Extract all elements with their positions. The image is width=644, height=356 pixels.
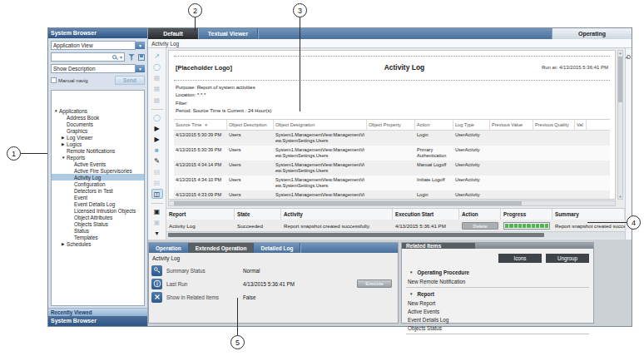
chevron-down-icon[interactable]: ▼ bbox=[409, 292, 413, 296]
pin-icon[interactable] bbox=[627, 55, 631, 59]
column-header-val[interactable]: Val bbox=[575, 120, 587, 130]
executions-column-report[interactable]: Report bbox=[166, 209, 235, 220]
column-header-action[interactable]: Action bbox=[415, 120, 453, 130]
table-row[interactable]: 4/13/2015 5:30:39 PMUsersSystem1.Managem… bbox=[174, 131, 610, 146]
executions-column-execution-start[interactable]: Execution Start bbox=[393, 209, 459, 220]
table-row[interactable]: 4/13/2015 5:30:39 PMUsersSystem1.Managem… bbox=[174, 146, 610, 161]
tree-item-templates[interactable]: Templates bbox=[52, 234, 144, 240]
tab-detailed-log[interactable]: Detailed Log bbox=[254, 243, 300, 253]
executions-column-action[interactable]: Action bbox=[459, 209, 501, 220]
executions-column-state[interactable]: State bbox=[235, 209, 281, 220]
tree-item-configuration[interactable]: Configuration bbox=[52, 180, 144, 187]
delete-snapshot-icon[interactable]: ▣ bbox=[151, 218, 163, 227]
related-item-objects-status[interactable]: Objects Status bbox=[406, 324, 589, 332]
column-header-previous-value[interactable]: Previous Value bbox=[490, 120, 533, 130]
related-items-arrow-icon[interactable]: ↗ bbox=[151, 52, 163, 61]
filter-icon[interactable] bbox=[128, 54, 135, 61]
tree-item-graphics[interactable]: Graphics bbox=[52, 127, 144, 134]
tree-item-logics[interactable]: ▶Logics bbox=[52, 141, 144, 147]
executions-column-summary[interactable]: Summary bbox=[552, 209, 625, 220]
tree-item-address-book[interactable]: Address Book bbox=[52, 114, 144, 121]
chevron-down-icon[interactable]: ▼ bbox=[409, 270, 413, 274]
export-excel-icon[interactable]: ▤ bbox=[151, 178, 163, 187]
executions-column-progress[interactable]: Progress bbox=[501, 209, 552, 220]
edit-icon[interactable]: ✎ bbox=[151, 156, 163, 166]
tree-item-detectors-in-test[interactable]: Detectors in Test bbox=[52, 187, 144, 194]
column-header-object-designation[interactable]: Object Designation bbox=[274, 120, 367, 130]
manual-navigation-checkbox[interactable] bbox=[51, 77, 57, 83]
report-vertical-scrollbar[interactable]: ▲ ▼ bbox=[617, 50, 623, 200]
related-group-header[interactable]: ▼Report bbox=[406, 289, 589, 299]
ungroup-button[interactable]: Ungroup bbox=[546, 254, 589, 263]
description-selector[interactable]: Show Description bbox=[51, 64, 136, 73]
horizontal-scroll-thumb[interactable] bbox=[174, 201, 522, 205]
table-row[interactable]: 4/13/2015 4:33:09 PMUsersSystem1.Managem… bbox=[174, 190, 610, 200]
view-selector[interactable]: Application View bbox=[51, 41, 136, 50]
execute-button[interactable]: Execute bbox=[357, 279, 392, 288]
table-row[interactable]: 4/13/2015 4:34:10 PMUsersSystem1.Managem… bbox=[174, 176, 610, 190]
system-browser-tab[interactable]: System Browser bbox=[48, 316, 147, 326]
tree-item-reports[interactable]: ▼Reports bbox=[52, 154, 144, 161]
tree-item-objects-status[interactable]: Objects Status bbox=[52, 220, 144, 227]
related-item-event-details-log[interactable]: Event Details Log bbox=[406, 315, 589, 324]
column-header-object-description[interactable]: Object Description bbox=[227, 120, 274, 130]
delete-button[interactable]: Delete bbox=[462, 222, 498, 230]
info-circle-icon[interactable]: ◯ bbox=[151, 62, 163, 72]
export-pdf-icon[interactable]: ▤ bbox=[151, 167, 163, 176]
executions-scrollbar[interactable] bbox=[166, 231, 625, 238]
run-with-options-icon[interactable]: ▶ bbox=[151, 135, 163, 144]
tree-item-object-attributes[interactable]: Object Attributes bbox=[52, 214, 144, 220]
column-header-object-property[interactable]: Object Property bbox=[367, 120, 415, 130]
tree-item-active-fire-supervisories[interactable]: Active Fire Supervisories bbox=[52, 167, 144, 174]
save-as-icon[interactable]: ▦ bbox=[151, 84, 163, 93]
tab-default[interactable]: Default bbox=[148, 28, 198, 39]
tree-item-active-events[interactable]: Active Events bbox=[52, 161, 144, 167]
scroll-more-icon[interactable]: ▾ bbox=[151, 229, 163, 238]
chevron-down-icon[interactable]: ▼ bbox=[119, 55, 123, 60]
tree-item-activity-log[interactable]: Activity Log bbox=[52, 174, 144, 180]
export-icon[interactable]: ▣ bbox=[151, 207, 163, 216]
tab-extended-operation[interactable]: Extended Operation bbox=[189, 243, 255, 253]
executions-scroll-thumb[interactable] bbox=[168, 233, 544, 237]
related-item-new-report[interactable]: New Report bbox=[406, 299, 589, 307]
report-horizontal-scrollbar[interactable] bbox=[168, 200, 616, 206]
tree-item-licensed-intrusion-objects[interactable]: Licensed Intrusion Objects bbox=[52, 207, 144, 214]
tab-textual-viewer[interactable]: Textual Viewer bbox=[198, 28, 258, 39]
table-row[interactable]: 4/13/2015 4:34:14 PMUsersSystem1.Managem… bbox=[174, 161, 610, 176]
refresh-icon[interactable]: ◯ bbox=[151, 113, 163, 122]
save-filter-icon[interactable] bbox=[138, 54, 145, 61]
tree-item-schedules[interactable]: ▶Schedules bbox=[52, 240, 144, 247]
related-item-new-remote-notification[interactable]: New Remote Notification bbox=[406, 277, 589, 285]
run-report-icon[interactable]: ▶ bbox=[151, 124, 163, 133]
column-header-source-time[interactable]: Source Time▼ bbox=[174, 120, 227, 130]
tree-item-log-viewer[interactable]: ▶Log Viewer bbox=[52, 134, 144, 141]
execution-row[interactable]: Activity Log Succeeded Report snapshot c… bbox=[166, 220, 625, 231]
operating-mode-selector[interactable]: Operating bbox=[552, 28, 632, 39]
chevron-down-icon[interactable]: ▼ bbox=[136, 42, 145, 49]
icons-button[interactable]: Icons bbox=[498, 254, 542, 263]
snapshot-icon[interactable]: ◫ bbox=[151, 189, 163, 198]
column-header-previous-quality[interactable]: Previous Quality bbox=[533, 120, 575, 130]
send-button[interactable]: Send bbox=[115, 76, 145, 85]
related-items-tab[interactable]: Related Items bbox=[402, 243, 475, 249]
tree-item-status[interactable]: Status bbox=[52, 227, 144, 234]
tree-item-remote-notifications[interactable]: Remote Notifications bbox=[52, 147, 144, 154]
tree-item-applications[interactable]: ▼Applications bbox=[52, 107, 144, 114]
search-input[interactable]: ▼ bbox=[51, 52, 125, 62]
save-icon[interactable]: ▦ bbox=[151, 73, 163, 82]
chevron-down-icon[interactable]: ▼ bbox=[136, 65, 145, 72]
executions-column-activity[interactable]: Activity bbox=[281, 209, 393, 220]
column-header-log-type[interactable]: Log Type bbox=[453, 120, 490, 130]
related-item-active-events[interactable]: Active Events bbox=[406, 307, 589, 315]
tree-item-event[interactable]: Event bbox=[52, 194, 144, 200]
tree-item-documents[interactable]: Documents bbox=[52, 121, 144, 127]
tree-item-event-details-log[interactable]: Event Details Log bbox=[52, 200, 144, 207]
stop-icon[interactable]: ■ bbox=[151, 146, 163, 155]
recently-viewed-tab[interactable]: Recently Viewed bbox=[48, 308, 147, 316]
scroll-up-icon[interactable]: ▲ bbox=[618, 51, 622, 55]
vertical-scroll-thumb[interactable] bbox=[618, 57, 622, 102]
tab-operation[interactable]: Operation bbox=[149, 243, 189, 253]
related-group-header[interactable]: ▼Operating Procedure bbox=[406, 268, 589, 277]
scroll-down-icon[interactable]: ▼ bbox=[618, 195, 622, 199]
save-all-icon[interactable]: ▦ bbox=[151, 96, 163, 105]
